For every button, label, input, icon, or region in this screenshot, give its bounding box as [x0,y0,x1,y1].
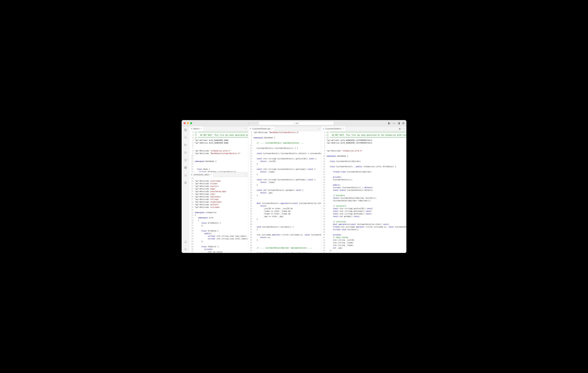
toggle-secondary-icon[interactable]: ◨ [398,122,400,125]
titlebar: ← → ⌕ gen ◧ ▭ ◨ ⊞ [182,120,406,126]
layout-controls: ◧ ▭ ◨ ⊞ [388,122,404,125]
svg-rect-8 [184,159,187,161]
tab-bar: C schemarise_alfa.h × ⋯ [189,172,248,177]
close-window[interactable] [184,122,186,124]
close-icon[interactable]: × [210,173,212,176]
search-icon: ⌕ [293,122,294,124]
c-file-icon: C [191,174,192,176]
editor-schemarise-h[interactable]: 19 20 21 22 23 24 25 26 27 28 29 30 31 3… [189,177,248,253]
explorer-icon[interactable] [184,128,188,132]
customize-layout-icon[interactable]: ⊞ [402,122,404,125]
command-center[interactable]: ⌕ gen [258,121,334,125]
svg-rect-12 [184,168,185,169]
editor-group-2: C CustomerDetails.cpp × ⋯ 5 6 7 8 9 10 1… [248,126,321,253]
more-icon[interactable]: ⋯ [245,173,247,176]
nav-back-icon[interactable]: ← [248,122,250,124]
tab-schemarise-h[interactable]: C schemarise_alfa.h × [189,172,213,177]
activity-bar [182,126,189,253]
workbench: C Bank.h × ⋯ 1 2 3 4 5 6 7 8 9 10 11 12 … [182,126,406,253]
tab-label: CustomerDetails.h [325,128,341,130]
nav-arrows: ← → [248,122,256,124]
toggle-panel-icon[interactable]: ▭ [393,122,395,125]
editor-pane-bank-h: C Bank.h × ⋯ 1 2 3 4 5 6 7 8 9 10 11 12 … [189,126,248,172]
editor-area: C Bank.h × ⋯ 1 2 3 4 5 6 7 8 9 10 11 12 … [189,126,406,253]
editor-group-3: C CustomerDetails.h × ◧ ⋯ 1 2 3 4 5 6 7 … [321,126,406,253]
close-icon[interactable]: × [342,127,344,130]
svg-rect-11 [186,166,187,167]
search-text: gen [295,122,299,124]
traffic-lights [184,122,192,124]
toggle-sidebar-icon[interactable]: ◧ [388,122,390,125]
tab-bar: C CustomerDetails.h × ◧ ⋯ [321,126,406,131]
editor-bank-h[interactable]: 1 2 3 4 5 6 7 8 9 10 11 12 13 14 15 16 1… [189,131,248,172]
tab-label: Bank.h [193,128,200,130]
svg-point-2 [185,136,186,138]
svg-marker-7 [185,152,187,154]
editor-customer-cpp[interactable]: 5 6 7 8 9 10 11 12 13 14 15 16 17 18 19 … [248,131,321,253]
tab-label: schemarise_alfa.h [193,174,209,176]
editor-pane-schemarise: C schemarise_alfa.h × ⋯ 19 20 21 22 23 2… [189,172,248,253]
testing-icon[interactable] [184,173,188,177]
tab-label: CustomerDetails.cpp [252,128,270,130]
vscode-window: ← → ⌕ gen ◧ ▭ ◨ ⊞ [182,120,406,253]
c-file-icon: C [323,128,324,130]
grammarly-icon[interactable] [184,181,188,185]
tab-bar: C CustomerDetails.cpp × ⋯ [248,126,321,131]
search-icon[interactable] [184,135,188,139]
editor-customer-h[interactable]: 1 2 3 4 5 6 7 8 9 10 11 12 13 14 15 16 1… [321,131,406,253]
svg-point-4 [185,144,185,145]
accounts-icon[interactable] [184,240,188,244]
nav-forward-icon[interactable]: → [253,122,256,124]
svg-point-5 [185,145,185,146]
remote-icon[interactable] [184,158,188,162]
source-control-icon[interactable] [184,143,188,147]
svg-rect-13 [186,168,187,169]
tab-bar: C Bank.h × ⋯ [189,126,248,131]
tab-customer-h[interactable]: C CustomerDetails.h × [321,126,345,131]
maximize-window[interactable] [190,122,192,124]
extensions-icon[interactable] [184,166,188,170]
c-file-icon: C [191,128,192,130]
more-icon[interactable]: ⋯ [403,127,405,130]
close-icon[interactable]: × [271,127,273,130]
svg-point-6 [186,145,187,145]
tab-customer-cpp[interactable]: C CustomerDetails.cpp × [248,126,274,131]
run-debug-icon[interactable] [184,151,188,155]
svg-line-3 [186,138,187,139]
tab-bank-h[interactable]: C Bank.h × [189,126,204,131]
minimize-window[interactable] [187,122,189,124]
close-icon[interactable]: × [200,127,202,130]
svg-point-14 [184,182,187,184]
svg-point-16 [185,249,186,250]
more-icon[interactable]: ⋯ [318,127,320,130]
settings-icon[interactable] [184,247,188,251]
svg-rect-10 [184,166,185,167]
c-file-icon: C [250,128,251,130]
svg-point-15 [185,241,186,242]
editor-group-1: C Bank.h × ⋯ 1 2 3 4 5 6 7 8 9 10 11 12 … [189,126,248,253]
more-icon[interactable]: ⋯ [245,127,247,130]
split-icon[interactable]: ◧ [399,127,401,130]
